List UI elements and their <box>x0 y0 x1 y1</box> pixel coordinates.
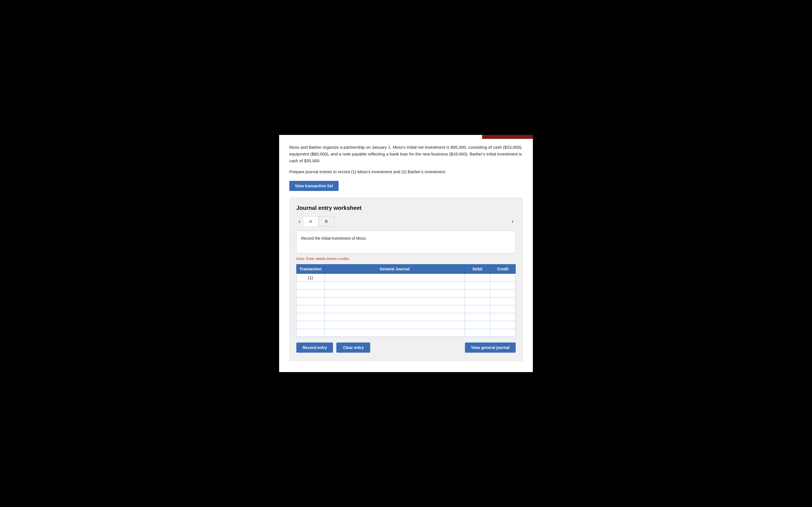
journal-cell[interactable] <box>324 313 465 321</box>
tab-next-arrow[interactable]: › <box>509 217 516 226</box>
journal-cell[interactable] <box>324 297 465 305</box>
debit-cell[interactable] <box>465 305 490 313</box>
credit-input[interactable] <box>490 329 515 337</box>
transaction-cell <box>297 321 325 329</box>
problem-text-1: Moss and Barber organize a partnership o… <box>289 144 523 164</box>
tabs: A B <box>303 216 335 226</box>
journal-input[interactable] <box>325 282 465 289</box>
tabs-row: ‹ A B › <box>296 216 516 226</box>
worksheet-container: Journal entry worksheet ‹ A B › Record t… <box>289 198 523 361</box>
prepare-text: Prepare journal entries to record (1) Mo… <box>289 169 523 174</box>
debit-input[interactable] <box>465 282 490 289</box>
debit-input[interactable] <box>465 329 490 337</box>
description-text: Record the initial investment of Moss. <box>301 236 367 240</box>
debit-cell[interactable] <box>465 329 490 337</box>
table-row <box>297 297 516 305</box>
debit-cell[interactable] <box>465 274 490 282</box>
journal-input[interactable] <box>325 274 465 281</box>
header-debit: Debit <box>465 265 490 274</box>
view-transaction-button[interactable]: View transaction list <box>289 181 339 191</box>
tab-b[interactable]: B <box>319 216 335 226</box>
debit-cell[interactable] <box>465 321 490 329</box>
page-container: Moss and Barber organize a partnership o… <box>279 135 533 372</box>
debit-input[interactable] <box>465 290 490 297</box>
debit-input[interactable] <box>465 313 490 321</box>
table-row <box>297 290 516 297</box>
top-bar <box>482 135 533 139</box>
transaction-cell <box>297 329 325 337</box>
credit-input[interactable] <box>490 305 515 313</box>
credit-input[interactable] <box>490 321 515 329</box>
journal-input[interactable] <box>325 321 465 329</box>
journal-cell[interactable] <box>324 321 465 329</box>
credit-input[interactable] <box>490 290 515 297</box>
table-row <box>297 305 516 313</box>
debit-input[interactable] <box>465 321 490 329</box>
record-entry-button[interactable]: Record entry <box>296 342 333 353</box>
note-text: Note: Enter debits before credits. <box>296 257 516 261</box>
transaction-cell <box>297 313 325 321</box>
debit-cell[interactable] <box>465 313 490 321</box>
debit-cell[interactable] <box>465 297 490 305</box>
debit-input[interactable] <box>465 274 490 281</box>
transaction-cell <box>297 305 325 313</box>
tab-a[interactable]: A <box>303 216 319 226</box>
transaction-cell <box>297 282 325 290</box>
credit-cell[interactable] <box>490 305 516 313</box>
table-row <box>297 329 516 337</box>
description-box: Record the initial investment of Moss. <box>296 231 516 253</box>
credit-cell[interactable] <box>490 313 516 321</box>
worksheet-title: Journal entry worksheet <box>296 205 516 211</box>
journal-cell[interactable] <box>324 290 465 297</box>
view-general-journal-button[interactable]: View general journal <box>465 342 516 353</box>
journal-input[interactable] <box>325 297 465 305</box>
credit-cell[interactable] <box>490 282 516 290</box>
journal-cell[interactable] <box>324 329 465 337</box>
debit-input[interactable] <box>465 305 490 313</box>
transaction-cell <box>297 290 325 297</box>
header-general-journal: General Journal <box>324 265 465 274</box>
header-transaction: Transaction <box>297 265 325 274</box>
buttons-row: Record entry Clear entry View general jo… <box>296 342 516 353</box>
tab-prev-arrow[interactable]: ‹ <box>296 217 303 226</box>
journal-input[interactable] <box>325 313 465 321</box>
table-row <box>297 313 516 321</box>
credit-input[interactable] <box>490 313 515 321</box>
header-credit: Credit <box>490 265 516 274</box>
credit-cell[interactable] <box>490 274 516 282</box>
credit-cell[interactable] <box>490 329 516 337</box>
table-row <box>297 321 516 329</box>
transaction-cell: (1) <box>297 274 325 282</box>
journal-cell[interactable] <box>324 305 465 313</box>
debit-input[interactable] <box>465 297 490 305</box>
journal-table: Transaction General Journal Debit Credit… <box>296 264 516 337</box>
journal-input[interactable] <box>325 329 465 337</box>
credit-cell[interactable] <box>490 321 516 329</box>
credit-cell[interactable] <box>490 297 516 305</box>
journal-input[interactable] <box>325 305 465 313</box>
journal-cell[interactable] <box>324 282 465 290</box>
table-row <box>297 282 516 290</box>
credit-input[interactable] <box>490 282 515 289</box>
table-row: (1) <box>297 274 516 282</box>
clear-entry-button[interactable]: Clear entry <box>336 342 370 353</box>
debit-cell[interactable] <box>465 290 490 297</box>
credit-cell[interactable] <box>490 290 516 297</box>
journal-cell[interactable] <box>324 274 465 282</box>
transaction-cell <box>297 297 325 305</box>
debit-cell[interactable] <box>465 282 490 290</box>
credit-input[interactable] <box>490 274 515 281</box>
journal-input[interactable] <box>325 290 465 297</box>
credit-input[interactable] <box>490 297 515 305</box>
